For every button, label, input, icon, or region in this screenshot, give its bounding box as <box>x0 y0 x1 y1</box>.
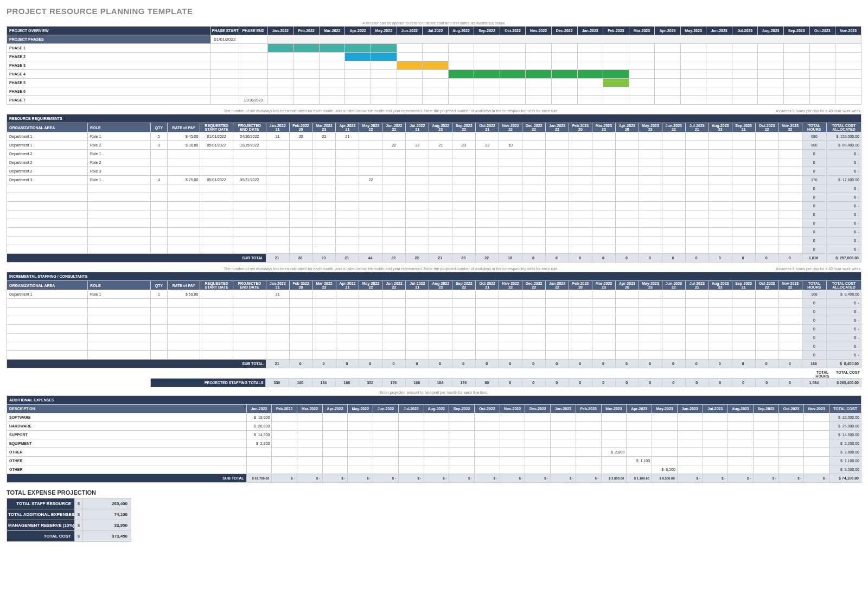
month-workday-header: Oct-202322 <box>755 123 778 132</box>
month-header: Feb-2022 <box>272 405 297 413</box>
expense-subtotal: SUB TOTAL$ 61,700.00$ -$ -$ -$ -$ -$ -$ … <box>7 474 861 483</box>
month-header: Jun-2022 <box>397 27 423 35</box>
resource-row[interactable]: 0$ - <box>7 202 861 210</box>
month-workday-header: Jun-202222 <box>382 281 406 290</box>
month-header: Jan-2022 <box>267 27 293 35</box>
month-workday-header: Apr-202320 <box>615 123 639 132</box>
summary-title: TOTAL EXPENSE PROJECTION <box>7 489 861 496</box>
month-workday-header: May-202222 <box>359 123 382 132</box>
phases-start[interactable]: 01/01/2022 <box>210 35 239 44</box>
month-workday-header: Oct-202221 <box>476 123 499 132</box>
month-workday-header: Dec-202222 <box>522 123 546 132</box>
resource-row: Department 3Role 14$ 25.0005/01/202205/3… <box>7 176 861 184</box>
summary-row: TOTAL ADDITIONAL EXPENSES$74,100 <box>7 509 131 520</box>
resources-cols: ORGANIZATIONAL AREA ROLE QTY RATE of PAY… <box>7 123 861 132</box>
month-header: Apr-2023 <box>655 27 681 35</box>
phase-row: PHASE 4 <box>7 70 861 79</box>
overview-note: A fill color can be applied to cells to … <box>7 21 861 25</box>
resource-row[interactable]: 0$ - <box>7 334 861 342</box>
resource-row: Department 2Role 10$ - <box>7 150 861 158</box>
month-header: Feb-2023 <box>603 27 629 35</box>
resource-row[interactable]: 0$ - <box>7 325 861 334</box>
resource-row[interactable]: 0$ - <box>7 193 861 202</box>
projected-totals-table: PROJECTED STAFFING TOTALS336160184168352… <box>7 378 861 387</box>
expense-row: HARDWARE$ 26,000$ 26,000.00 <box>7 422 861 431</box>
month-workday-header: May-202323 <box>639 281 662 290</box>
expense-row: OTHER$ 2,800$ 2,800.00 <box>7 448 861 457</box>
month-header: Feb-2023 <box>576 405 601 413</box>
resource-row[interactable]: 0$ - <box>7 228 861 236</box>
month-header: Sep-2023 <box>784 27 810 35</box>
month-workday-header: Sep-202321 <box>732 123 755 132</box>
month-header: Apr-2022 <box>322 405 348 413</box>
col-phase-end: PHASE END <box>239 27 268 35</box>
month-workday-header: Sep-202321 <box>732 281 755 290</box>
month-header: Oct-2023 <box>778 405 804 413</box>
month-header: Jun-2023 <box>677 405 703 413</box>
resource-row: Department 2Role 20$ - <box>7 158 861 167</box>
resource-row[interactable]: 0$ - <box>7 316 861 325</box>
expense-row: SOFTWARE$ 18,000$ 18,000.00 <box>7 413 861 422</box>
month-header: Jul-2022 <box>423 27 449 35</box>
month-header: Aug-2023 <box>728 405 754 413</box>
month-workday-header: Jul-202321 <box>685 281 709 290</box>
month-workday-header: Oct-202221 <box>476 281 499 290</box>
month-header: Sep-2022 <box>449 405 475 413</box>
resource-row[interactable]: 0$ - <box>7 219 861 228</box>
resource-row: Department 2Role 30$ - <box>7 167 861 176</box>
resource-row[interactable]: 0$ - <box>7 342 861 351</box>
month-header: Nov-2023 <box>835 27 861 35</box>
subtotal-row: SUB TOTAL210000000000000000000000168$ 8,… <box>7 360 861 368</box>
month-header: Mar-2022 <box>297 405 323 413</box>
project-phases-row: PROJECT PHASES 01/01/2022 <box>7 35 861 44</box>
month-workday-header: Mar-202323 <box>592 281 616 290</box>
resource-row: Department 1Role 11$ 50.0021168$ 8,400.0… <box>7 290 861 299</box>
month-header: Nov-2023 <box>804 405 829 413</box>
resource-row[interactable]: 0$ - <box>7 210 861 219</box>
month-workday-header: Nov-202322 <box>778 281 802 290</box>
month-header: Nov-2022 <box>500 405 525 413</box>
month-header: May-2023 <box>652 405 678 413</box>
resource-row[interactable]: 0$ - <box>7 184 861 193</box>
month-header: Sep-2022 <box>474 27 500 35</box>
month-workday-header: Jan-202221 <box>266 281 289 290</box>
resource-row[interactable]: 0$ - <box>7 299 861 308</box>
month-header: Feb-2022 <box>293 27 320 35</box>
month-header: Jul-2023 <box>732 27 758 35</box>
expenses-note: Enter projected amount to be spent per m… <box>7 391 861 394</box>
month-workday-header: Jul-202221 <box>406 123 429 132</box>
month-workday-header: Mar-202323 <box>592 123 615 132</box>
month-header: Jan-2023 <box>577 27 603 35</box>
subtotal-row: SUB TOTAL2120232144222221232210000000000… <box>7 254 861 263</box>
month-workday-header: Sep-202222 <box>452 281 476 290</box>
expense-row: OTHER$ 1,100$ 1,100.00 <box>7 457 861 465</box>
overview-header: PROJECT OVERVIEW <box>7 27 211 35</box>
month-header: Oct-2022 <box>475 405 500 413</box>
phases-label: PROJECT PHASES <box>7 35 211 44</box>
incremental-header: INCREMENTAL STAFFING / CONSULTANTS <box>7 272 861 281</box>
month-workday-header: Apr-202221 <box>336 281 359 290</box>
incremental-note: The number of net workdays has been calc… <box>7 267 776 271</box>
month-workday-header: Feb-202220 <box>289 281 312 290</box>
month-header: Mar-2023 <box>629 27 655 35</box>
resource-row[interactable]: 0$ - <box>7 236 861 245</box>
month-header: Mar-2023 <box>601 405 627 413</box>
month-workday-header: Nov-202222 <box>499 123 522 132</box>
month-workday-header: Oct-202322 <box>755 281 778 290</box>
col-phase-start: PHASE START <box>210 27 239 35</box>
resources-header: RESOURCE REQUIREMENTS <box>7 114 861 123</box>
month-header: Mar-2022 <box>319 27 345 35</box>
month-workday-header: May-202222 <box>359 281 382 290</box>
month-header: Aug-2022 <box>424 405 449 413</box>
month-workday-header: Aug-202223 <box>429 123 452 132</box>
month-workday-header: Sep-202222 <box>452 123 476 132</box>
resource-row[interactable]: 0$ - <box>7 245 861 254</box>
resource-row[interactable]: 0$ - <box>7 351 861 360</box>
month-header: Jul-2022 <box>398 405 424 413</box>
month-workday-header: Feb-202220 <box>289 123 312 132</box>
resource-row[interactable]: 0$ - <box>7 308 861 316</box>
month-workday-header: Jun-202322 <box>662 123 685 132</box>
month-workday-header: Feb-202320 <box>569 281 592 290</box>
month-header: Nov-2022 <box>526 27 552 35</box>
summary-block: TOTAL EXPENSE PROJECTION TOTAL STAFF RES… <box>7 489 861 542</box>
